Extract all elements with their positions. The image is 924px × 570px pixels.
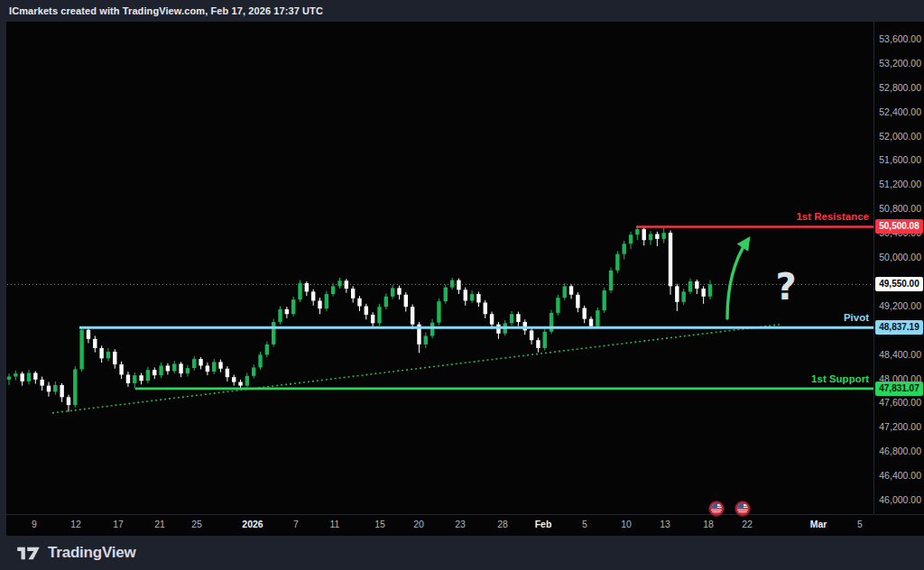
time-tick-label: 7: [278, 519, 314, 529]
support-resistance-lines[interactable]: [79, 226, 873, 388]
time-tick-label: 28: [485, 519, 521, 529]
time-tick-label: 10: [608, 519, 644, 529]
tradingview-chart-window: ICmarkets created with TradingView.com, …: [0, 0, 924, 570]
price-tick-label: 53,600.00: [874, 33, 921, 44]
time-tick-label: 25: [179, 519, 215, 529]
left-edge-strip: [0, 22, 6, 536]
time-tick-label: 5: [567, 519, 603, 529]
chart-attribution-text: ICmarkets created with TradingView.com, …: [9, 5, 323, 16]
time-tick-label: 12: [58, 519, 94, 529]
time-tick-label: 21: [142, 519, 178, 529]
time-tick-label: 11: [317, 519, 353, 529]
first-resistance-label: 1st Resistance: [796, 211, 869, 222]
us-flag-event-icon[interactable]: [735, 501, 750, 516]
time-tick-label: 20: [401, 519, 437, 529]
tradingview-logo-icon[interactable]: [16, 546, 41, 561]
price-tick-label: 48,400.00: [874, 349, 921, 360]
time-tick-label: 2026: [235, 519, 271, 529]
tradingview-brand-text[interactable]: TradingView: [48, 544, 136, 562]
time-axis[interactable]: 912172125202671115202328Feb510131822Mar5: [0, 514, 924, 537]
price-tick-label: 53,200.00: [874, 58, 921, 69]
price-tick-label: 52,000.00: [874, 131, 921, 142]
price-tick-label: 52,800.00: [874, 82, 921, 93]
price-tick-label: 51,200.00: [874, 179, 921, 189]
time-tick-label: 22: [729, 519, 765, 529]
arrow-annotation: [727, 241, 747, 318]
time-tick-label: 9: [16, 519, 52, 529]
pivot-label: Pivot: [844, 312, 869, 323]
price-tick-label: 52,400.00: [874, 106, 921, 117]
price-tick-label: 47,600.00: [874, 397, 921, 408]
resistance-price-badge: 50,500.08: [875, 219, 923, 234]
time-tick-label: 17: [100, 519, 136, 529]
price-tick-label: 47,200.00: [874, 421, 921, 432]
pivot-price-badge: 48,837.19: [875, 320, 923, 335]
label-overlay: ? 1st ResistancePivot1st Support: [0, 0, 924, 570]
time-tick-label: 15: [362, 519, 398, 529]
price-line-and-trendline: [7, 284, 873, 413]
time-tick-label: 13: [647, 519, 683, 529]
question-mark-annotation: ?: [775, 266, 796, 308]
time-tick-label: Feb: [525, 519, 561, 529]
chart-canvas[interactable]: [0, 0, 924, 536]
time-tick-label: Mar: [800, 519, 836, 529]
header-bar: ICmarkets created with TradingView.com, …: [0, 0, 924, 22]
current-price-badge: 49,550.00: [875, 277, 923, 291]
candlestick-series: [7, 226, 712, 411]
price-tick-label: 50,000.00: [874, 252, 921, 262]
first-support-label: 1st Support: [811, 373, 869, 384]
support-price-badge: 47,831.07: [875, 382, 923, 396]
price-tick-label: 49,200.00: [874, 300, 921, 311]
time-tick-label: 23: [442, 519, 478, 529]
price-tick-label: 50,800.00: [874, 203, 921, 214]
price-tick-label: 46,800.00: [874, 446, 921, 456]
us-flag-event-icon[interactable]: [709, 501, 724, 516]
price-tick-label: 46,400.00: [874, 470, 921, 481]
footer-bar: TradingView: [0, 536, 924, 570]
time-tick-label: 18: [690, 519, 726, 529]
price-axis[interactable]: 53,600.0053,200.0052,800.0052,400.0052,0…: [873, 22, 924, 514]
time-tick-label: 5: [842, 519, 878, 529]
price-tick-label: 51,600.00: [874, 154, 921, 165]
price-tick-label: 46,000.00: [874, 494, 921, 505]
